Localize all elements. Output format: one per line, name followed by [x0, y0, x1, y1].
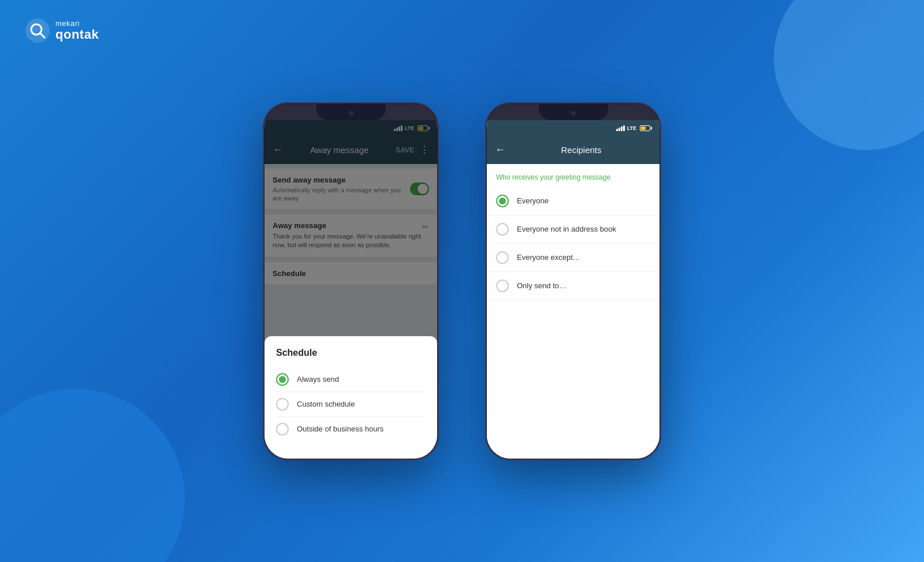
everyone-label: Everyone — [517, 196, 549, 205]
bg-blob-bottom-left — [0, 389, 185, 562]
dialog-title: Schedule — [276, 348, 426, 358]
logo-mekari: mekari — [55, 20, 99, 28]
svg-point-0 — [25, 18, 50, 43]
outside-hours-label: Outside of business hours — [297, 425, 383, 433]
logo-text: mekari qontak — [55, 20, 99, 42]
recipient-option-everyone[interactable]: Everyone — [487, 187, 660, 215]
phone2-status-bar: LTE — [487, 120, 660, 136]
phone2-notch-dot — [571, 111, 576, 116]
recipient-option-only-send[interactable]: Only send to… — [487, 272, 660, 300]
schedule-option-always-send[interactable]: Always send — [276, 367, 426, 392]
recipients-content: Who receives your greeting message Every… — [487, 164, 660, 459]
p2-signal-bar-2 — [619, 128, 620, 131]
phone2-notch — [539, 104, 608, 120]
phone-away-message: LTE ← Away message SAVE ⋮ — [263, 102, 439, 460]
radio-custom-schedule[interactable] — [276, 398, 289, 411]
phone2-back-button[interactable]: ← — [495, 144, 505, 156]
radio-outside-hours[interactable] — [276, 423, 289, 436]
always-send-label: Always send — [297, 375, 339, 384]
phone2-battery-tip — [651, 126, 652, 129]
phones-container: LTE ← Away message SAVE ⋮ — [263, 102, 661, 460]
phone2-app-header: ← Recipients — [487, 136, 660, 164]
radio-except[interactable] — [496, 251, 509, 264]
except-label: Everyone except… — [517, 253, 580, 262]
schedule-dialog: Schedule Always send Custom schedule — [264, 336, 437, 459]
phone1-screen: LTE ← Away message SAVE ⋮ — [264, 120, 437, 459]
phone2-inner: LTE ← Recipients Who receives your greet… — [487, 104, 660, 459]
phone2-signal-bars — [616, 125, 625, 131]
not-address-label: Everyone not in address book — [517, 225, 616, 233]
phone2-battery-fill — [641, 126, 646, 130]
notch-dot — [349, 111, 353, 116]
phone2-header-title: Recipients — [511, 145, 651, 155]
radio-always-send[interactable] — [276, 373, 289, 386]
logo: mekari qontak — [25, 18, 99, 43]
phone1-inner: LTE ← Away message SAVE ⋮ — [264, 104, 437, 459]
p2-signal-bar-3 — [621, 126, 623, 131]
schedule-option-outside[interactable]: Outside of business hours — [276, 417, 426, 441]
bg-blob-top-right — [774, 0, 924, 150]
radio-inner-everyone — [499, 198, 506, 204]
custom-schedule-label: Custom schedule — [297, 400, 355, 408]
radio-only-send[interactable] — [496, 280, 509, 292]
radio-not-address[interactable] — [496, 223, 509, 236]
phone-recipients: LTE ← Recipients Who receives your greet… — [485, 102, 661, 460]
recipient-option-except[interactable]: Everyone except… — [487, 244, 660, 272]
recipient-option-not-address[interactable]: Everyone not in address book — [487, 215, 660, 244]
phone2-screen: LTE ← Recipients Who receives your greet… — [487, 120, 660, 459]
p2-signal-bar-1 — [616, 129, 618, 131]
schedule-option-custom[interactable]: Custom schedule — [276, 392, 426, 416]
only-send-label: Only send to… — [517, 281, 567, 290]
p2-signal-bar-4 — [623, 125, 625, 131]
recipients-question: Who receives your greeting message — [487, 164, 660, 187]
radio-inner-always-send — [279, 376, 286, 383]
phone2-battery-icon — [640, 125, 650, 131]
radio-everyone[interactable] — [496, 195, 509, 207]
logo-qontak: qontak — [55, 28, 99, 42]
logo-icon — [25, 18, 50, 43]
phone2-signal-label: LTE — [627, 125, 636, 131]
phone1-notch — [316, 104, 386, 120]
